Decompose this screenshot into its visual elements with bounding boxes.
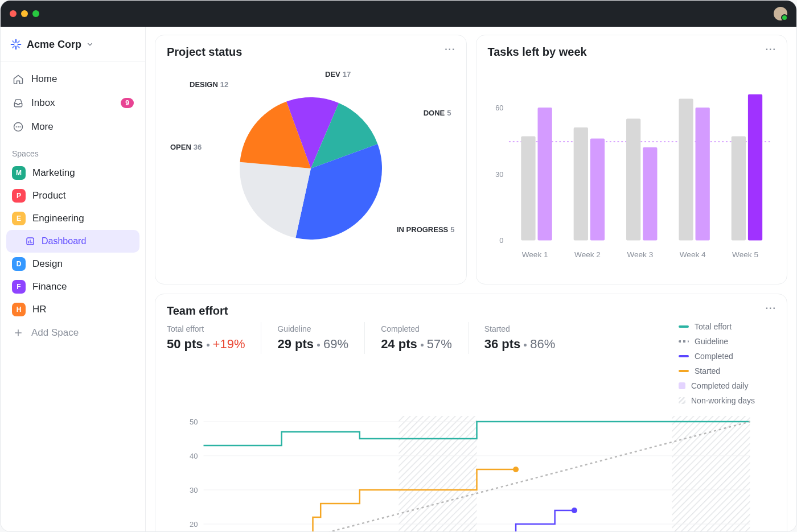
- nav-inbox[interactable]: Inbox 9: [6, 91, 139, 115]
- space-engineering[interactable]: E Engineering: [6, 207, 139, 230]
- svg-line-4: [13, 41, 14, 43]
- nav-more-label: More: [31, 121, 54, 133]
- svg-point-39: [572, 508, 577, 513]
- add-space-label: Add Space: [31, 327, 79, 339]
- close-window-button[interactable]: [10, 10, 17, 17]
- card-menu-button[interactable]: ···: [766, 303, 777, 314]
- card-team-effort: Team effort ··· Total effort 50 pts+19% …: [155, 294, 787, 531]
- project-status-chart: DEV17 DONE5 IN PROGRESS5 OPEN36 DESIGN12: [167, 63, 455, 274]
- svg-rect-19: [573, 127, 588, 240]
- nav-home[interactable]: Home: [6, 67, 139, 91]
- svg-text:Week 3: Week 3: [627, 250, 653, 259]
- sidebar: Acme Corp Home Inbox 9 More Spaces M Mar…: [1, 27, 146, 531]
- space-design[interactable]: D Design: [6, 253, 139, 275]
- metric-total-effort: Total effort 50 pts+19%: [167, 322, 261, 354]
- nav-inbox-label: Inbox: [31, 97, 55, 109]
- tasks-left-chart: 0 30 60 Week 1 Week 2 Week 3 Week 4: [488, 63, 776, 274]
- fullscreen-window-button[interactable]: [32, 10, 39, 17]
- space-finance[interactable]: F Finance: [6, 275, 139, 298]
- inbox-badge: 9: [121, 98, 134, 108]
- card-title: Team effort: [167, 304, 775, 317]
- app-window: Acme Corp Home Inbox 9 More Spaces M Mar…: [0, 0, 797, 532]
- svg-rect-33: [398, 416, 476, 531]
- window-controls: [10, 10, 39, 17]
- svg-rect-21: [626, 119, 640, 241]
- space-badge-icon: P: [12, 189, 26, 203]
- space-badge-icon: H: [12, 303, 26, 316]
- team-effort-metrics: Total effort 50 pts+19% Guideline 29 pts…: [167, 322, 775, 405]
- inbox-icon: [12, 97, 24, 109]
- card-title: Project status: [167, 46, 455, 59]
- workspace-picker[interactable]: Acme Corp: [6, 34, 139, 55]
- svg-rect-34: [672, 416, 750, 531]
- card-menu-button[interactable]: ···: [445, 44, 455, 55]
- dashboard-icon: [24, 236, 36, 247]
- space-badge-icon: E: [12, 212, 26, 225]
- space-badge-icon: F: [12, 280, 26, 294]
- metric-guideline: Guideline 29 pts69%: [277, 322, 365, 354]
- add-space-button[interactable]: Add Space: [6, 321, 139, 345]
- space-label: Design: [32, 258, 63, 270]
- plus-icon: [12, 327, 24, 339]
- svg-rect-26: [747, 94, 762, 241]
- metric-started: Started 36 pts86%: [484, 322, 572, 354]
- svg-text:30: 30: [495, 171, 503, 179]
- home-icon: [12, 73, 24, 85]
- svg-rect-23: [679, 99, 693, 241]
- svg-point-40: [513, 467, 519, 472]
- svg-text:50: 50: [190, 418, 198, 426]
- space-marketing[interactable]: M Marketing: [6, 162, 139, 184]
- svg-rect-22: [643, 147, 657, 240]
- svg-rect-18: [537, 108, 552, 240]
- svg-text:Week 5: Week 5: [732, 250, 758, 259]
- nav-home-label: Home: [31, 73, 57, 85]
- bar-chart-svg: 0 30 60 Week 1 Week 2 Week 3 Week 4: [488, 63, 776, 274]
- space-hr[interactable]: H HR: [6, 298, 139, 321]
- space-label: Engineering: [32, 213, 84, 224]
- svg-line-6: [18, 41, 19, 43]
- user-avatar[interactable]: [774, 7, 787, 20]
- workspace-logo-icon: [10, 38, 22, 51]
- metric-completed: Completed 24 pts57%: [381, 322, 469, 354]
- svg-text:60: 60: [495, 104, 503, 112]
- nav-more[interactable]: More: [6, 115, 139, 139]
- team-effort-legend: Total effort Guideline Completed Started…: [679, 322, 775, 405]
- space-label: HR: [32, 304, 47, 315]
- space-label: Marketing: [32, 167, 75, 179]
- main-content: Project status ··· DEV17 DONE5 IN PROGRE…: [146, 27, 796, 531]
- workspace-name: Acme Corp: [27, 39, 81, 51]
- svg-point-11: [19, 126, 20, 127]
- svg-text:0: 0: [499, 237, 503, 245]
- svg-text:20: 20: [190, 520, 198, 529]
- svg-text:Week 2: Week 2: [574, 250, 601, 259]
- team-effort-chart: 50 40 30 20: [167, 413, 775, 531]
- card-tasks-left: Tasks left by week ··· 0 30 60: [476, 35, 788, 284]
- titlebar: [1, 1, 796, 27]
- svg-point-9: [16, 126, 17, 127]
- more-icon: [12, 121, 24, 133]
- effort-chart-svg: 50 40 30 20: [167, 413, 775, 531]
- svg-line-7: [13, 46, 14, 48]
- minimize-window-button[interactable]: [21, 10, 28, 17]
- pie-chart-svg: [237, 94, 385, 242]
- svg-rect-25: [731, 137, 745, 241]
- space-label: Finance: [32, 281, 67, 292]
- chevron-down-icon: [86, 40, 94, 48]
- svg-text:40: 40: [190, 452, 198, 460]
- card-project-status: Project status ··· DEV17 DONE5 IN PROGRE…: [155, 35, 467, 284]
- svg-text:Week 4: Week 4: [679, 250, 705, 259]
- svg-rect-24: [695, 108, 709, 240]
- space-badge-icon: M: [12, 166, 26, 180]
- space-product[interactable]: P Product: [6, 184, 139, 207]
- space-sub-label: Dashboard: [42, 236, 86, 246]
- svg-rect-17: [521, 137, 535, 241]
- svg-rect-20: [590, 139, 604, 241]
- svg-text:30: 30: [190, 486, 198, 494]
- space-sub-dashboard[interactable]: Dashboard: [6, 230, 139, 253]
- space-badge-icon: D: [12, 257, 26, 271]
- svg-line-5: [18, 46, 19, 48]
- card-menu-button[interactable]: ···: [766, 44, 777, 55]
- svg-text:Week 1: Week 1: [521, 250, 548, 259]
- space-label: Product: [32, 190, 66, 201]
- card-title: Tasks left by week: [488, 46, 776, 59]
